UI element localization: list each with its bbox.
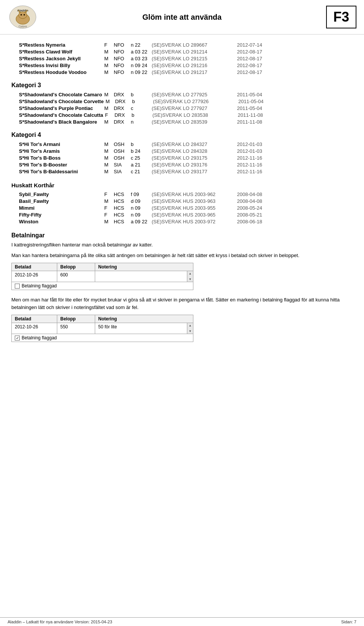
table-row: S*Restless Invisi Billy M NFO n 09 24 (S… (19, 63, 353, 68)
scroll-down-icon-2[interactable]: ▼ (189, 329, 192, 333)
betalningar-para3: Men om man har fått för lite eller för m… (11, 296, 353, 311)
checkbox-flaggad-label: Betalning flaggad (22, 283, 57, 289)
scroll-up-icon-2[interactable]: ▲ (189, 324, 192, 327)
cat-reg: (SE)SVERAK LO 284328 (152, 148, 235, 154)
section-kategori4: Kategori 4 S*Hi Tor's Armani M OSH b (SE… (11, 132, 353, 174)
col-header-betalad-2: Betalad (12, 315, 57, 323)
section-huskatt: Huskatt Korthår Sybil_Fawlty F HCS f 09 … (11, 182, 353, 224)
checkbox-flaggad-2[interactable] (15, 336, 20, 340)
payment-body-row: 2012-10-26 600 ▲ ▼ (12, 271, 193, 282)
scroll-down-icon[interactable]: ▼ (189, 278, 192, 281)
table-row: Mimmi F HCS n 09 (SE)SVERAK HUS 2003-955… (19, 205, 353, 211)
payment-table-2: Betalad Belopp Notering 2012-10-26 550 5… (11, 315, 193, 342)
cat-date: 2012-11-16 (237, 155, 262, 161)
payment-note-2: 50 för lite ▲ ▼ (95, 323, 193, 334)
payment-header-row-2: Betalad Belopp Notering (12, 315, 193, 323)
payment-date: 2012-10-26 (12, 271, 57, 282)
cat-name: S*Shadowland's Chocolate Corvette (19, 99, 104, 104)
cat-reg: (SE)SVERAK LO 289667 (152, 42, 235, 48)
logo: Aladdin Cyrpus (8, 4, 38, 30)
table-row: S*Shadowland's Chocolate Corvette M DRX … (19, 99, 353, 104)
cat-color: b 24 (131, 148, 150, 154)
footer-left: Aladdin – Latkatt för nya användare Vers… (8, 620, 112, 624)
cat-name: S*Restless Clawd Wolf (19, 49, 102, 55)
cat-list-restless: S*Restless Nymeria F NFO n 22 (SE)SVERAK… (11, 42, 353, 75)
cat-name: S*Shadowland's Black Bangalore (19, 119, 102, 125)
cat-gender: F (104, 42, 112, 48)
cat-reg: (SE)SVERAK LO 277927 (152, 105, 235, 111)
cat-color: a 21 (131, 162, 150, 168)
table-row: Winston M HCS a 09 22 (SE)SVERAK HUS 200… (19, 219, 353, 224)
cat-date: 2011-05-04 (238, 99, 264, 104)
col-header-betalad: Betalad (12, 263, 57, 271)
cat-color: b (131, 92, 150, 97)
cat-breed: NFO (114, 63, 129, 68)
cat-reg: (SE)SVERAK LO 293177 (152, 169, 235, 174)
scroll-bar[interactable]: ▲ ▼ (187, 271, 193, 282)
cat-date: 2008-05-24 (237, 205, 262, 211)
cat-breed: DRX (114, 119, 129, 125)
cat-reg: (SE)SVERAK LO 283538 (152, 112, 236, 118)
f3-key-label: F3 (326, 6, 356, 28)
main-content: S*Restless Nymeria F NFO n 22 (SE)SVERAK… (0, 38, 364, 371)
cat-name: S*Restless Nymeria (19, 42, 102, 48)
section-heading-kategori3: Kategori 3 (11, 82, 353, 89)
cat-reg: (SE)SVERAK LO 291215 (152, 56, 235, 61)
cat-breed: OSH (114, 155, 129, 161)
cat-date: 2008-06-18 (237, 219, 262, 224)
cat-gender: M (104, 148, 112, 154)
cat-date: 2012-07-14 (237, 42, 262, 48)
huskatt-heading: Huskatt Korthår (11, 182, 353, 188)
cat-date: 2011-05-04 (237, 92, 262, 97)
table-row: S*Hi Tor's B-Baldessarini M SIA c 21 (SE… (19, 169, 353, 174)
cat-gender: M (104, 69, 112, 75)
cat-breed: HCS (114, 198, 129, 204)
section-heading-kategori4: Kategori 4 (11, 132, 353, 138)
cat-breed: SIA (114, 169, 129, 174)
checkbox-flaggad[interactable] (15, 284, 20, 289)
cat-color: c (131, 105, 150, 111)
cat-gender: M (105, 99, 113, 104)
cat-color: n (131, 119, 150, 125)
cat-date: 2011-11-08 (238, 112, 263, 118)
table-row: S*Hi Tor's B-Boss M OSH c 25 (SE)SVERAK … (19, 155, 353, 161)
cat-breed: HCS (114, 212, 129, 218)
cat-breed: NFO (114, 42, 129, 48)
scroll-up-icon[interactable]: ▲ (189, 272, 192, 275)
checkbox-flaggad-area-2[interactable]: Betalning flaggad (15, 335, 57, 340)
cat-breed: HCS (114, 205, 129, 211)
cat-reg: (SE)SVERAK LO 283539 (152, 119, 235, 125)
payment-footer-row: Betalning flaggad (12, 282, 193, 290)
cat-date: 2008-04-08 (237, 198, 262, 204)
cat-list-huskatt: Sybil_Fawlty F HCS f 09 (SE)SVERAK HUS 2… (11, 191, 353, 224)
footer-right: Sidan: 7 (341, 620, 356, 624)
cat-name: S*Restless Hoodude Voodoo (19, 69, 102, 75)
col-header-belopp: Belopp (57, 263, 95, 271)
cat-color: a 03 23 (131, 56, 150, 61)
cat-reg: (SE)SVERAK HUS 2003-965 (152, 212, 235, 218)
cat-date: 2012-08-17 (237, 49, 262, 55)
checkbox-flaggad-area[interactable]: Betalning flaggad (15, 283, 57, 289)
cat-breed: NFO (114, 49, 129, 55)
cat-name: S*Shadowland's Chocolate Calcutta (19, 112, 103, 118)
cat-reg: (SE)SVERAK LO 291214 (152, 49, 235, 55)
cat-color: f 09 (131, 191, 150, 197)
scroll-bar-2[interactable]: ▲ ▼ (187, 323, 193, 334)
cat-gender: M (104, 141, 112, 147)
cat-breed: HCS (114, 219, 129, 224)
section-restless: S*Restless Nymeria F NFO n 22 (SE)SVERAK… (11, 42, 353, 75)
cat-reg: (SE)SVERAK HUS 2003-963 (152, 198, 235, 204)
cat-name: S*Shadowland's Chocolate Camaro (19, 92, 102, 97)
cat-date: 2012-08-17 (237, 69, 262, 75)
cat-breed: HCS (114, 191, 129, 197)
betalningar-heading: Betalningar (11, 232, 353, 239)
cat-date: 2012-01-03 (237, 141, 262, 147)
cat-name: S*Shadowland's Purple Pontiac (19, 105, 102, 111)
payment-date-2: 2012-10-26 (12, 323, 57, 334)
cat-date: 2012-01-03 (237, 148, 262, 154)
cat-reg: (SE)SVERAK HUS 2003-972 (152, 219, 235, 224)
cat-gender: F (104, 212, 112, 218)
cat-gender: F (105, 112, 113, 118)
cat-gender: M (104, 219, 112, 224)
cat-color: c 25 (131, 155, 150, 161)
